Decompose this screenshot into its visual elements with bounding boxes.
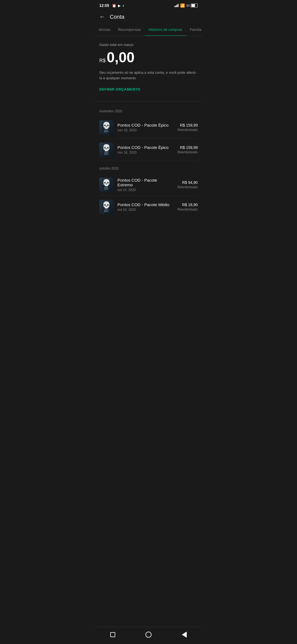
tab-recompensas[interactable]: Recompensas bbox=[114, 24, 145, 36]
cod-skull-icon: 💀 bbox=[102, 122, 111, 129]
purchase-price: R$ 159,99 Reembolsado bbox=[177, 145, 198, 154]
section-divider bbox=[95, 101, 202, 102]
purchase-info: Pontos COD - Pacote Épico nov 16, 2020 bbox=[117, 123, 174, 132]
signal-bars-icon bbox=[174, 4, 178, 7]
month-label-novembro: novembro 2020 bbox=[99, 104, 198, 116]
wifi-icon: 📶 bbox=[180, 3, 185, 8]
purchase-item: 💀 CALLDUTY Pontos COD - Pacote Épico nov… bbox=[99, 139, 198, 161]
price-status: Reembolsado bbox=[177, 208, 198, 211]
purchase-item: 💀 CALLDUTY Pontos COD - Pacote Épico nov… bbox=[99, 116, 198, 139]
budget-amount-value: 0,00 bbox=[107, 50, 134, 64]
cod-icon-inner: 💀 CALLDUTY bbox=[99, 200, 114, 214]
currency-symbol: R$ bbox=[99, 58, 106, 64]
cod-skull-icon: 💀 bbox=[102, 144, 111, 151]
purchase-info: Pontos COD - Pacote Médio out 10, 2020 bbox=[117, 202, 174, 212]
price-value: R$ 159,99 bbox=[177, 123, 198, 127]
purchase-info: Pontos COD - Pacote Épico nov 16, 2020 bbox=[117, 145, 174, 154]
game-icon: 💀 CALLDUTY bbox=[99, 143, 114, 157]
game-icon: 💀 CALLDUTY bbox=[99, 178, 114, 192]
price-value: R$ 159,99 bbox=[177, 145, 198, 150]
cod-skull-icon: 💀 bbox=[102, 202, 111, 208]
page-title: Conta bbox=[110, 14, 124, 20]
status-icons-left: ⏰ ▶ ● bbox=[112, 4, 125, 8]
purchase-info: Pontos COD - Pacote Extremo out 10, 2020 bbox=[117, 178, 174, 192]
cod-icon-inner: 💀 CALLDUTY bbox=[99, 120, 114, 135]
game-icon: 💀 CALLDUTY bbox=[99, 200, 114, 214]
budget-total-label: Gasto total em março bbox=[99, 43, 198, 47]
price-status: Reembolsado bbox=[177, 150, 198, 154]
top-bar: ← Conta bbox=[95, 10, 202, 24]
status-bar: 12:05 ⏰ ▶ ● 📶 63 bbox=[95, 0, 202, 10]
purchase-name: Pontos COD - Pacote Épico bbox=[117, 145, 174, 150]
cod-skull-icon: 💀 bbox=[102, 179, 111, 186]
battery-level: 63 bbox=[186, 4, 189, 7]
cod-text: CALLDUTY bbox=[104, 209, 109, 212]
purchase-history: novembro 2020 💀 CALLDUTY Pontos COD - Pa… bbox=[95, 104, 202, 240]
purchase-date: out 10, 2020 bbox=[117, 188, 174, 192]
status-left: 12:05 ⏰ ▶ ● bbox=[99, 3, 125, 8]
price-status: Reembolsado bbox=[177, 185, 198, 189]
tabs-container: rências Recompensas Histórico de compras… bbox=[95, 24, 202, 36]
purchase-name: Pontos COD - Pacote Épico bbox=[117, 123, 174, 127]
purchase-price: R$ 18,90 Reembolsado bbox=[177, 203, 198, 211]
budget-section: Gasto total em março R$ 0,00 Seu orçamen… bbox=[95, 36, 202, 99]
youtube-icon: ▶ bbox=[118, 4, 121, 8]
game-icon: 💀 CALLDUTY bbox=[99, 120, 114, 135]
define-budget-button[interactable]: DEFINIR ORÇAMENTO bbox=[99, 87, 198, 91]
tab-referencias[interactable]: rências bbox=[95, 24, 114, 36]
status-time: 12:05 bbox=[99, 3, 109, 8]
month-label-outubro: outubro 2020 bbox=[99, 161, 198, 174]
back-button[interactable]: ← bbox=[99, 13, 105, 20]
purchase-price: R$ 159,99 Reembolsado bbox=[177, 123, 198, 132]
budget-description: Seu orçamento só se aplica a esta conta,… bbox=[99, 70, 198, 81]
purchase-price: R$ 94,90 Reembolsado bbox=[177, 180, 198, 189]
cod-icon-inner: 💀 CALLDUTY bbox=[99, 178, 114, 192]
purchase-date: nov 16, 2020 bbox=[117, 151, 174, 154]
price-status: Reembolsado bbox=[177, 128, 198, 132]
battery-fill bbox=[191, 4, 195, 7]
purchase-item: 💀 CALLDUTY Pontos COD - Pacote Médio out… bbox=[99, 196, 198, 218]
price-value: R$ 18,90 bbox=[177, 203, 198, 207]
cod-text: CALLDUTY bbox=[104, 129, 109, 133]
purchase-date: nov 16, 2020 bbox=[117, 128, 174, 132]
status-icons-right: 📶 63 bbox=[174, 3, 198, 8]
purchase-name: Pontos COD - Pacote Extremo bbox=[117, 178, 174, 187]
cod-icon-inner: 💀 CALLDUTY bbox=[99, 143, 114, 157]
alarm-icon: ⏰ bbox=[112, 4, 116, 8]
cod-text: CALLDUTY bbox=[104, 152, 109, 155]
battery-indicator: 63 bbox=[186, 4, 198, 7]
whatsapp-icon: ● bbox=[122, 4, 125, 8]
tab-familia[interactable]: Família bbox=[186, 24, 202, 36]
budget-amount-display: R$ 0,00 bbox=[99, 50, 198, 64]
purchase-date: out 10, 2020 bbox=[117, 208, 174, 212]
price-value: R$ 94,90 bbox=[177, 180, 198, 185]
cod-text: CALLDUTY bbox=[104, 187, 109, 190]
tab-historico[interactable]: Histórico de compras bbox=[145, 24, 186, 36]
purchase-name: Pontos COD - Pacote Médio bbox=[117, 202, 174, 207]
purchase-item: 💀 CALLDUTY Pontos COD - Pacote Extremo o… bbox=[99, 174, 198, 196]
battery-icon bbox=[191, 4, 198, 7]
